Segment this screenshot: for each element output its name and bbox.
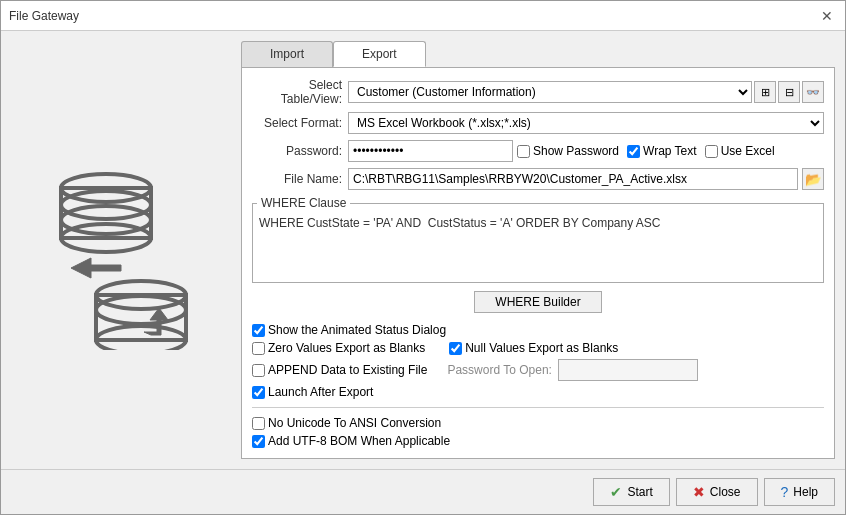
section-divider (252, 407, 824, 408)
select-table-dropdown[interactable]: Customer (Customer Information) (348, 81, 752, 103)
select-table-label: Select Table/View: (252, 78, 342, 106)
help-button[interactable]: ? Help (764, 478, 835, 506)
select-format-label: Select Format: (252, 116, 342, 130)
where-builder-row: WHERE Builder (252, 289, 824, 313)
options-row-2: APPEND Data to Existing File Password To… (252, 359, 824, 381)
no-unicode-checkbox[interactable] (252, 417, 265, 430)
preview-icon: 👓 (806, 86, 820, 99)
show-password-checkbox[interactable] (517, 145, 530, 158)
tab-bar: Import Export (241, 41, 835, 67)
password-to-open-input[interactable] (558, 359, 698, 381)
file-name-input[interactable] (348, 168, 798, 190)
file-name-input-group: 📂 (348, 168, 824, 190)
password-row: Password: Show Password Wrap Text (252, 140, 824, 162)
file-name-row: File Name: 📂 (252, 168, 824, 190)
table-layers-btn[interactable]: ⊞ (754, 81, 776, 103)
window-close-button[interactable]: ✕ (817, 8, 837, 24)
wrap-text-label[interactable]: Wrap Text (627, 144, 697, 158)
no-unicode-option[interactable]: No Unicode To ANSI Conversion (252, 416, 824, 430)
show-animated-checkbox[interactable] (252, 324, 265, 337)
main-content: Import Export Select Table/View: Custome… (1, 31, 845, 469)
folder-icon: 📂 (805, 172, 822, 187)
bottom-bar: ✔ Start ✖ Close ? Help (1, 469, 845, 514)
add-utf8-option[interactable]: Add UTF-8 BOM When Applicable (252, 434, 824, 448)
svg-marker-5 (71, 258, 121, 278)
select-format-row: Select Format: MS Excel Workbook (*.xlsx… (252, 112, 824, 134)
where-builder-button[interactable]: WHERE Builder (474, 291, 601, 313)
password-options: Show Password Wrap Text Use Excel (517, 144, 775, 158)
password-to-open-label: Password To Open: (447, 363, 552, 377)
window: File Gateway ✕ (0, 0, 846, 515)
use-excel-label[interactable]: Use Excel (705, 144, 775, 158)
add-utf8-checkbox[interactable] (252, 435, 265, 448)
tab-import[interactable]: Import (241, 41, 333, 67)
tab-export[interactable]: Export (333, 41, 426, 67)
title-bar: File Gateway ✕ (1, 1, 845, 31)
launch-after-checkbox[interactable] (252, 386, 265, 399)
options-section: Show the Animated Status Dialog Zero Val… (252, 319, 824, 448)
help-icon: ? (781, 484, 789, 500)
window-title: File Gateway (9, 9, 79, 23)
zero-values-checkbox[interactable] (252, 342, 265, 355)
show-animated-option[interactable]: Show the Animated Status Dialog (252, 323, 824, 337)
append-data-checkbox[interactable] (252, 364, 265, 377)
left-panel (11, 41, 231, 459)
wrap-text-checkbox[interactable] (627, 145, 640, 158)
format-select-wrapper: MS Excel Workbook (*.xlsx;*.xls) (348, 112, 824, 134)
file-browse-button[interactable]: 📂 (802, 168, 824, 190)
null-values-option[interactable]: Null Values Export as Blanks (449, 341, 618, 355)
append-data-option[interactable]: APPEND Data to Existing File (252, 363, 427, 377)
close-button[interactable]: ✖ Close (676, 478, 758, 506)
password-input[interactable] (348, 140, 513, 162)
select-table-row: Select Table/View: Customer (Customer In… (252, 78, 824, 106)
select-format-dropdown[interactable]: MS Excel Workbook (*.xlsx;*.xls) (348, 112, 824, 134)
null-values-checkbox[interactable] (449, 342, 462, 355)
password-input-group: Show Password Wrap Text Use Excel (348, 140, 775, 162)
zero-values-option[interactable]: Zero Values Export as Blanks (252, 341, 425, 355)
grid-icon: ⊟ (785, 86, 794, 99)
select-table-container: Customer (Customer Information) ⊞ ⊟ 👓 (348, 81, 824, 103)
null-password-group: Null Values Export as Blanks (449, 341, 618, 355)
table-grid-btn[interactable]: ⊟ (778, 81, 800, 103)
password-label: Password: (252, 144, 342, 158)
where-clause-legend: WHERE Clause (257, 196, 350, 210)
start-icon: ✔ (610, 484, 622, 500)
launch-after-option[interactable]: Launch After Export (252, 385, 824, 399)
use-excel-checkbox[interactable] (705, 145, 718, 158)
password-to-open-group: Password To Open: (447, 359, 698, 381)
show-password-label[interactable]: Show Password (517, 144, 619, 158)
layers-icon: ⊞ (761, 86, 770, 99)
start-button[interactable]: ✔ Start (593, 478, 669, 506)
where-clause-group: WHERE Clause WHERE CustState = 'PA' AND … (252, 196, 824, 283)
options-row-1: Zero Values Export as Blanks Null Values… (252, 341, 824, 355)
form-panel: Select Table/View: Customer (Customer In… (241, 67, 835, 459)
where-clause-textarea[interactable]: WHERE CustState = 'PA' AND CustStatus = … (257, 214, 819, 269)
right-panel: Import Export Select Table/View: Custome… (241, 41, 835, 459)
table-preview-btn[interactable]: 👓 (802, 81, 824, 103)
file-name-label: File Name: (252, 172, 342, 186)
close-icon: ✖ (693, 484, 705, 500)
database-illustration (31, 150, 211, 350)
